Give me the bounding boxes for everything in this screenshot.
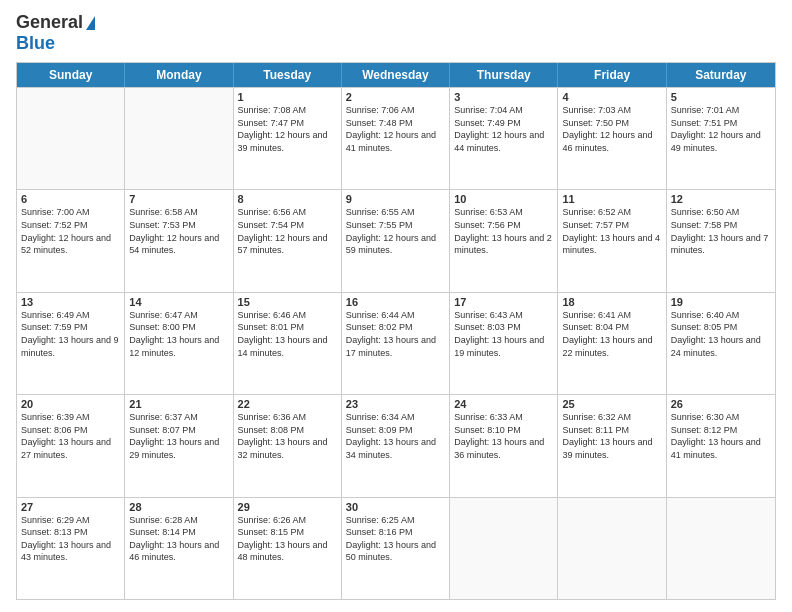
day-info: Sunrise: 6:30 AMSunset: 8:12 PMDaylight:… <box>671 411 771 461</box>
weekday-header-sunday: Sunday <box>17 63 125 87</box>
day-info: Sunrise: 7:04 AMSunset: 7:49 PMDaylight:… <box>454 104 553 154</box>
calendar-empty-cell <box>125 88 233 189</box>
day-info: Sunrise: 6:34 AMSunset: 8:09 PMDaylight:… <box>346 411 445 461</box>
calendar-row-5: 27Sunrise: 6:29 AMSunset: 8:13 PMDayligh… <box>17 497 775 599</box>
day-info: Sunrise: 6:40 AMSunset: 8:05 PMDaylight:… <box>671 309 771 359</box>
day-info: Sunrise: 7:06 AMSunset: 7:48 PMDaylight:… <box>346 104 445 154</box>
day-number: 11 <box>562 193 661 205</box>
day-info: Sunrise: 6:52 AMSunset: 7:57 PMDaylight:… <box>562 206 661 256</box>
day-info: Sunrise: 6:39 AMSunset: 8:06 PMDaylight:… <box>21 411 120 461</box>
calendar-empty-cell <box>17 88 125 189</box>
day-number: 3 <box>454 91 553 103</box>
day-info: Sunrise: 6:28 AMSunset: 8:14 PMDaylight:… <box>129 514 228 564</box>
day-number: 10 <box>454 193 553 205</box>
calendar-day-9: 9Sunrise: 6:55 AMSunset: 7:55 PMDaylight… <box>342 190 450 291</box>
calendar-day-25: 25Sunrise: 6:32 AMSunset: 8:11 PMDayligh… <box>558 395 666 496</box>
day-number: 23 <box>346 398 445 410</box>
day-info: Sunrise: 6:26 AMSunset: 8:15 PMDaylight:… <box>238 514 337 564</box>
day-info: Sunrise: 6:43 AMSunset: 8:03 PMDaylight:… <box>454 309 553 359</box>
day-number: 27 <box>21 501 120 513</box>
day-info: Sunrise: 6:37 AMSunset: 8:07 PMDaylight:… <box>129 411 228 461</box>
weekday-header-thursday: Thursday <box>450 63 558 87</box>
calendar-empty-cell <box>450 498 558 599</box>
day-number: 30 <box>346 501 445 513</box>
calendar-day-4: 4Sunrise: 7:03 AMSunset: 7:50 PMDaylight… <box>558 88 666 189</box>
calendar-day-21: 21Sunrise: 6:37 AMSunset: 8:07 PMDayligh… <box>125 395 233 496</box>
day-info: Sunrise: 6:55 AMSunset: 7:55 PMDaylight:… <box>346 206 445 256</box>
day-number: 12 <box>671 193 771 205</box>
weekday-header-wednesday: Wednesday <box>342 63 450 87</box>
day-number: 29 <box>238 501 337 513</box>
day-info: Sunrise: 7:00 AMSunset: 7:52 PMDaylight:… <box>21 206 120 256</box>
day-number: 2 <box>346 91 445 103</box>
calendar-day-6: 6Sunrise: 7:00 AMSunset: 7:52 PMDaylight… <box>17 190 125 291</box>
day-number: 18 <box>562 296 661 308</box>
day-number: 4 <box>562 91 661 103</box>
day-info: Sunrise: 7:01 AMSunset: 7:51 PMDaylight:… <box>671 104 771 154</box>
day-number: 15 <box>238 296 337 308</box>
calendar-day-18: 18Sunrise: 6:41 AMSunset: 8:04 PMDayligh… <box>558 293 666 394</box>
day-info: Sunrise: 6:46 AMSunset: 8:01 PMDaylight:… <box>238 309 337 359</box>
calendar-header-row: SundayMondayTuesdayWednesdayThursdayFrid… <box>17 63 775 87</box>
day-info: Sunrise: 6:36 AMSunset: 8:08 PMDaylight:… <box>238 411 337 461</box>
day-number: 5 <box>671 91 771 103</box>
calendar-day-20: 20Sunrise: 6:39 AMSunset: 8:06 PMDayligh… <box>17 395 125 496</box>
calendar-day-14: 14Sunrise: 6:47 AMSunset: 8:00 PMDayligh… <box>125 293 233 394</box>
day-info: Sunrise: 7:08 AMSunset: 7:47 PMDaylight:… <box>238 104 337 154</box>
day-number: 17 <box>454 296 553 308</box>
day-info: Sunrise: 6:53 AMSunset: 7:56 PMDaylight:… <box>454 206 553 256</box>
day-info: Sunrise: 6:25 AMSunset: 8:16 PMDaylight:… <box>346 514 445 564</box>
calendar-day-5: 5Sunrise: 7:01 AMSunset: 7:51 PMDaylight… <box>667 88 775 189</box>
page: General Blue SundayMondayTuesdayWednesda… <box>0 0 792 612</box>
day-info: Sunrise: 6:29 AMSunset: 8:13 PMDaylight:… <box>21 514 120 564</box>
day-info: Sunrise: 6:56 AMSunset: 7:54 PMDaylight:… <box>238 206 337 256</box>
calendar-row-4: 20Sunrise: 6:39 AMSunset: 8:06 PMDayligh… <box>17 394 775 496</box>
calendar-day-23: 23Sunrise: 6:34 AMSunset: 8:09 PMDayligh… <box>342 395 450 496</box>
weekday-header-monday: Monday <box>125 63 233 87</box>
calendar-day-15: 15Sunrise: 6:46 AMSunset: 8:01 PMDayligh… <box>234 293 342 394</box>
day-number: 8 <box>238 193 337 205</box>
logo-general: General <box>16 12 83 33</box>
day-number: 24 <box>454 398 553 410</box>
day-number: 22 <box>238 398 337 410</box>
calendar-day-10: 10Sunrise: 6:53 AMSunset: 7:56 PMDayligh… <box>450 190 558 291</box>
calendar-day-12: 12Sunrise: 6:50 AMSunset: 7:58 PMDayligh… <box>667 190 775 291</box>
weekday-header-tuesday: Tuesday <box>234 63 342 87</box>
calendar-day-2: 2Sunrise: 7:06 AMSunset: 7:48 PMDaylight… <box>342 88 450 189</box>
logo-blue: Blue <box>16 33 55 53</box>
day-number: 7 <box>129 193 228 205</box>
day-info: Sunrise: 6:50 AMSunset: 7:58 PMDaylight:… <box>671 206 771 256</box>
calendar-day-22: 22Sunrise: 6:36 AMSunset: 8:08 PMDayligh… <box>234 395 342 496</box>
calendar-day-17: 17Sunrise: 6:43 AMSunset: 8:03 PMDayligh… <box>450 293 558 394</box>
day-info: Sunrise: 6:49 AMSunset: 7:59 PMDaylight:… <box>21 309 120 359</box>
calendar-row-2: 6Sunrise: 7:00 AMSunset: 7:52 PMDaylight… <box>17 189 775 291</box>
calendar-day-28: 28Sunrise: 6:28 AMSunset: 8:14 PMDayligh… <box>125 498 233 599</box>
day-number: 28 <box>129 501 228 513</box>
day-number: 19 <box>671 296 771 308</box>
day-info: Sunrise: 6:58 AMSunset: 7:53 PMDaylight:… <box>129 206 228 256</box>
day-number: 9 <box>346 193 445 205</box>
calendar-day-13: 13Sunrise: 6:49 AMSunset: 7:59 PMDayligh… <box>17 293 125 394</box>
calendar-day-7: 7Sunrise: 6:58 AMSunset: 7:53 PMDaylight… <box>125 190 233 291</box>
calendar-day-27: 27Sunrise: 6:29 AMSunset: 8:13 PMDayligh… <box>17 498 125 599</box>
day-info: Sunrise: 6:41 AMSunset: 8:04 PMDaylight:… <box>562 309 661 359</box>
calendar-day-3: 3Sunrise: 7:04 AMSunset: 7:49 PMDaylight… <box>450 88 558 189</box>
calendar-day-24: 24Sunrise: 6:33 AMSunset: 8:10 PMDayligh… <box>450 395 558 496</box>
logo-triangle-icon <box>86 16 95 30</box>
calendar: SundayMondayTuesdayWednesdayThursdayFrid… <box>16 62 776 600</box>
calendar-empty-cell <box>558 498 666 599</box>
weekday-header-friday: Friday <box>558 63 666 87</box>
day-number: 1 <box>238 91 337 103</box>
day-number: 16 <box>346 296 445 308</box>
day-info: Sunrise: 6:44 AMSunset: 8:02 PMDaylight:… <box>346 309 445 359</box>
day-info: Sunrise: 7:03 AMSunset: 7:50 PMDaylight:… <box>562 104 661 154</box>
calendar-day-19: 19Sunrise: 6:40 AMSunset: 8:05 PMDayligh… <box>667 293 775 394</box>
calendar-day-29: 29Sunrise: 6:26 AMSunset: 8:15 PMDayligh… <box>234 498 342 599</box>
day-number: 26 <box>671 398 771 410</box>
day-number: 13 <box>21 296 120 308</box>
weekday-header-saturday: Saturday <box>667 63 775 87</box>
calendar-row-1: 1Sunrise: 7:08 AMSunset: 7:47 PMDaylight… <box>17 87 775 189</box>
calendar-day-8: 8Sunrise: 6:56 AMSunset: 7:54 PMDaylight… <box>234 190 342 291</box>
header: General Blue <box>16 12 776 54</box>
calendar-day-16: 16Sunrise: 6:44 AMSunset: 8:02 PMDayligh… <box>342 293 450 394</box>
